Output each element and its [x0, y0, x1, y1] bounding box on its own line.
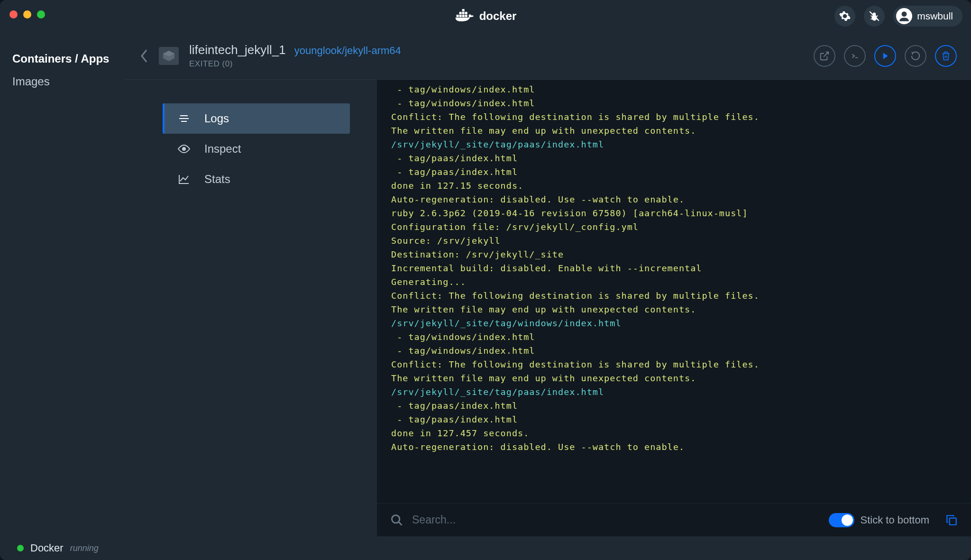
- svg-rect-24: [950, 518, 956, 524]
- sidebar-item-images[interactable]: Images: [0, 70, 126, 93]
- settings-button[interactable]: [834, 6, 855, 27]
- back-button[interactable]: [140, 49, 148, 63]
- delete-button[interactable]: [935, 45, 957, 67]
- container-name: lifeintech_jekyll_1: [189, 43, 286, 57]
- logo-text: docker: [479, 9, 517, 23]
- svg-rect-0: [457, 15, 459, 17]
- svg-line-11: [871, 16, 872, 17]
- svg-point-15: [902, 11, 907, 17]
- svg-line-23: [399, 522, 402, 525]
- status-name: Docker: [30, 542, 64, 554]
- log-line: /srv/jekyll/_site/tag/paas/index.html: [391, 138, 957, 151]
- log-line: - tag/windows/index.html: [391, 330, 957, 344]
- person-icon: [898, 10, 910, 22]
- status-bar: Docker running: [0, 536, 971, 560]
- minimize-window-button[interactable]: [23, 10, 31, 18]
- stick-to-bottom-label: Stick to bottom: [860, 514, 929, 526]
- eye-icon: [178, 145, 190, 153]
- restart-button[interactable]: [905, 45, 926, 67]
- external-link-icon: [819, 51, 830, 61]
- docker-whale-icon: [455, 8, 476, 24]
- sidebar-item-label: Images: [12, 75, 50, 88]
- svg-rect-1: [459, 15, 462, 17]
- log-line: Conflict: The following destination is s…: [391, 110, 957, 124]
- sidebar-item-containers[interactable]: Containers / Apps: [0, 47, 126, 70]
- log-line: - tag/paas/index.html: [391, 151, 957, 165]
- svg-rect-2: [462, 15, 465, 17]
- traffic-lights: [9, 10, 45, 18]
- status-state: running: [70, 543, 99, 553]
- svg-rect-3: [465, 15, 467, 17]
- log-line: Configuration file: /srv/jekyll/_config.…: [391, 220, 957, 234]
- logs-footer: Stick to bottom: [377, 503, 971, 536]
- status-indicator: [17, 545, 24, 551]
- avatar: [896, 8, 912, 24]
- svg-point-21: [183, 147, 185, 150]
- main-area: Containers / Apps Images lifeintech_jeky…: [0, 32, 971, 536]
- log-line: ruby 2.6.3p62 (2019-04-16 revision 67580…: [391, 206, 957, 220]
- tab-inspect[interactable]: Inspect: [163, 134, 350, 164]
- log-line: Auto-regeneration: disabled. Use --watch…: [391, 193, 957, 206]
- tab-label: Inspect: [204, 142, 241, 156]
- terminal-icon: [850, 51, 860, 61]
- tab-logs[interactable]: Logs: [163, 103, 350, 134]
- log-line: - tag/paas/index.html: [391, 413, 957, 426]
- log-line: Auto-regeneration: disabled. Use --watch…: [391, 440, 957, 454]
- log-line: Conflict: The following destination is s…: [391, 289, 957, 303]
- copy-logs-button[interactable]: [945, 514, 958, 526]
- maximize-window-button[interactable]: [37, 10, 45, 18]
- close-window-button[interactable]: [9, 10, 18, 18]
- log-line: Generating...: [391, 275, 957, 289]
- log-line: /srv/jekyll/_site/tag/paas/index.html: [391, 385, 957, 399]
- titlebar: docker ms: [0, 0, 971, 32]
- search-input[interactable]: [412, 514, 820, 526]
- svg-rect-6: [465, 12, 467, 14]
- container-status: EXITED (0): [189, 59, 401, 69]
- logs-icon: [178, 114, 190, 123]
- tab-sidebar: Logs Inspect: [126, 80, 377, 536]
- user-menu[interactable]: mswbull: [893, 6, 962, 27]
- log-line: done in 127.457 seconds.: [391, 426, 957, 440]
- svg-rect-5: [462, 12, 465, 14]
- svg-rect-7: [462, 9, 465, 11]
- svg-line-16: [824, 52, 828, 56]
- trash-icon: [941, 51, 951, 61]
- log-line: The written file may end up with unexpec…: [391, 371, 957, 385]
- log-line: - tag/windows/index.html: [391, 83, 957, 96]
- gear-icon: [839, 10, 851, 22]
- log-line: - tag/windows/index.html: [391, 344, 957, 358]
- cli-button[interactable]: [844, 45, 866, 67]
- content-body: Logs Inspect: [126, 80, 971, 536]
- tab-stats[interactable]: Stats: [163, 164, 350, 194]
- log-line: Conflict: The following destination is s…: [391, 358, 957, 371]
- search-icon: [390, 514, 403, 527]
- log-line: Source: /srv/jekyll: [391, 234, 957, 248]
- log-line: - tag/windows/index.html: [391, 96, 957, 110]
- content: lifeintech_jekyll_1 younglook/jekyll-arm…: [126, 32, 971, 536]
- log-line: Incremental build: disabled. Enable with…: [391, 261, 957, 275]
- svg-line-13: [871, 18, 872, 19]
- svg-line-12: [876, 16, 878, 17]
- log-line: The written file may end up with unexpec…: [391, 303, 957, 316]
- chart-icon: [178, 174, 190, 184]
- log-line: done in 127.15 seconds.: [391, 179, 957, 193]
- logs-content[interactable]: - tag/windows/index.html - tag/windows/i…: [377, 80, 971, 503]
- container-image-link[interactable]: younglook/jekyll-arm64: [294, 45, 401, 57]
- log-line: Destination: /srv/jekyll/_site: [391, 248, 957, 261]
- tab-label: Stats: [204, 173, 230, 186]
- troubleshoot-button[interactable]: [864, 6, 885, 27]
- log-line: /srv/jekyll/_site/tag/windows/index.html: [391, 316, 957, 330]
- sidebar: Containers / Apps Images: [0, 32, 126, 536]
- tab-label: Logs: [204, 112, 229, 125]
- start-button[interactable]: [874, 45, 896, 67]
- container-icon: [159, 47, 179, 65]
- stick-to-bottom-toggle[interactable]: [829, 513, 854, 527]
- copy-icon: [945, 514, 958, 526]
- play-icon: [880, 51, 890, 61]
- cube-icon: [162, 50, 176, 62]
- bug-icon: [868, 10, 880, 22]
- svg-rect-4: [459, 12, 462, 14]
- titlebar-actions: mswbull: [834, 6, 962, 27]
- header-actions: [814, 45, 957, 67]
- open-in-browser-button[interactable]: [814, 45, 835, 67]
